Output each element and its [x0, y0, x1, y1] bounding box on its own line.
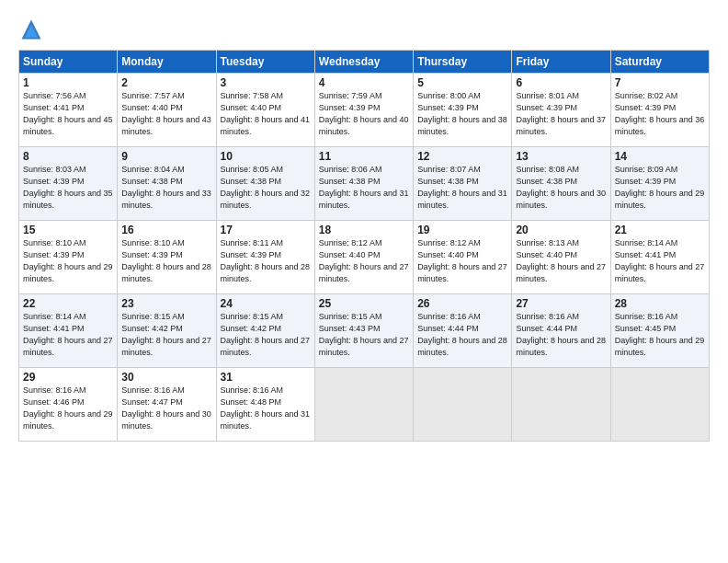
- day-number: 11: [319, 150, 409, 163]
- day-info: Sunrise: 8:11 AMSunset: 4:39 PMDaylight:…: [221, 237, 311, 285]
- day-number: 31: [221, 371, 311, 384]
- calendar-cell: 26Sunrise: 8:16 AMSunset: 4:44 PMDayligh…: [414, 294, 512, 368]
- logo: [18, 17, 48, 42]
- day-number: 26: [417, 297, 507, 310]
- col-header-tuesday: Tuesday: [216, 51, 314, 74]
- day-info: Sunrise: 7:59 AMSunset: 4:39 PMDaylight:…: [319, 90, 409, 138]
- day-number: 22: [23, 297, 113, 310]
- day-number: 18: [319, 224, 409, 236]
- col-header-sunday: Sunday: [19, 51, 118, 74]
- day-number: 23: [121, 297, 211, 310]
- calendar-cell: 19Sunrise: 8:12 AMSunset: 4:40 PMDayligh…: [414, 221, 512, 294]
- calendar-header-row: SundayMondayTuesdayWednesdayThursdayFrid…: [19, 51, 710, 74]
- day-info: Sunrise: 8:15 AMSunset: 4:43 PMDaylight:…: [319, 311, 409, 359]
- calendar-cell: 13Sunrise: 8:08 AMSunset: 4:38 PMDayligh…: [512, 147, 610, 221]
- day-info: Sunrise: 8:15 AMSunset: 4:42 PMDaylight:…: [221, 311, 311, 359]
- day-info: Sunrise: 8:00 AMSunset: 4:39 PMDaylight:…: [417, 90, 507, 138]
- calendar-cell: 31Sunrise: 8:16 AMSunset: 4:48 PMDayligh…: [216, 368, 314, 442]
- calendar-week-3: 15Sunrise: 8:10 AMSunset: 4:39 PMDayligh…: [19, 221, 710, 294]
- calendar-cell: 15Sunrise: 8:10 AMSunset: 4:39 PMDayligh…: [19, 221, 118, 294]
- calendar-cell: 5Sunrise: 8:00 AMSunset: 4:39 PMDaylight…: [414, 74, 512, 147]
- day-info: Sunrise: 8:02 AMSunset: 4:39 PMDaylight:…: [615, 90, 705, 138]
- day-info: Sunrise: 8:12 AMSunset: 4:40 PMDaylight:…: [417, 237, 507, 285]
- day-info: Sunrise: 8:16 AMSunset: 4:44 PMDaylight:…: [516, 311, 606, 359]
- day-number: 7: [615, 76, 705, 89]
- calendar-week-2: 8Sunrise: 8:03 AMSunset: 4:39 PMDaylight…: [19, 147, 710, 221]
- calendar-cell: 11Sunrise: 8:06 AMSunset: 4:38 PMDayligh…: [314, 147, 413, 221]
- day-info: Sunrise: 8:04 AMSunset: 4:38 PMDaylight:…: [121, 164, 211, 212]
- calendar-cell: 17Sunrise: 8:11 AMSunset: 4:39 PMDayligh…: [216, 221, 314, 294]
- day-info: Sunrise: 8:08 AMSunset: 4:38 PMDaylight:…: [516, 164, 606, 212]
- calendar-cell: 4Sunrise: 7:59 AMSunset: 4:39 PMDaylight…: [314, 74, 413, 147]
- calendar-cell: 21Sunrise: 8:14 AMSunset: 4:41 PMDayligh…: [610, 221, 709, 294]
- logo-icon: [18, 17, 44, 42]
- col-header-thursday: Thursday: [414, 51, 512, 74]
- calendar-table: SundayMondayTuesdayWednesdayThursdayFrid…: [18, 50, 710, 442]
- calendar-cell: 30Sunrise: 8:16 AMSunset: 4:47 PMDayligh…: [118, 368, 216, 442]
- day-info: Sunrise: 8:10 AMSunset: 4:39 PMDaylight:…: [23, 237, 113, 285]
- day-number: 8: [23, 150, 113, 163]
- day-number: 14: [615, 150, 705, 163]
- calendar-cell: 9Sunrise: 8:04 AMSunset: 4:38 PMDaylight…: [118, 147, 216, 221]
- day-info: Sunrise: 8:09 AMSunset: 4:39 PMDaylight:…: [615, 164, 705, 212]
- calendar-cell: 1Sunrise: 7:56 AMSunset: 4:41 PMDaylight…: [19, 74, 118, 147]
- col-header-saturday: Saturday: [610, 51, 709, 74]
- calendar-cell: 12Sunrise: 8:07 AMSunset: 4:38 PMDayligh…: [414, 147, 512, 221]
- day-info: Sunrise: 8:16 AMSunset: 4:48 PMDaylight:…: [221, 385, 311, 432]
- day-info: Sunrise: 8:14 AMSunset: 4:41 PMDaylight:…: [23, 311, 113, 359]
- calendar-cell: [414, 368, 512, 442]
- calendar-cell: 16Sunrise: 8:10 AMSunset: 4:39 PMDayligh…: [118, 221, 216, 294]
- day-number: 17: [221, 224, 311, 236]
- day-number: 30: [121, 371, 211, 384]
- page-header: [18, 17, 710, 42]
- calendar-cell: 3Sunrise: 7:58 AMSunset: 4:40 PMDaylight…: [216, 74, 314, 147]
- day-number: 27: [516, 297, 606, 310]
- calendar-cell: 14Sunrise: 8:09 AMSunset: 4:39 PMDayligh…: [610, 147, 709, 221]
- day-number: 5: [417, 76, 507, 89]
- day-info: Sunrise: 8:16 AMSunset: 4:46 PMDaylight:…: [23, 385, 113, 432]
- calendar-week-4: 22Sunrise: 8:14 AMSunset: 4:41 PMDayligh…: [19, 294, 710, 368]
- calendar-cell: 27Sunrise: 8:16 AMSunset: 4:44 PMDayligh…: [512, 294, 610, 368]
- day-info: Sunrise: 8:07 AMSunset: 4:38 PMDaylight:…: [417, 164, 507, 212]
- day-number: 21: [615, 224, 705, 236]
- day-number: 1: [23, 76, 113, 89]
- day-info: Sunrise: 8:01 AMSunset: 4:39 PMDaylight:…: [516, 90, 606, 138]
- calendar-cell: 20Sunrise: 8:13 AMSunset: 4:40 PMDayligh…: [512, 221, 610, 294]
- day-info: Sunrise: 8:10 AMSunset: 4:39 PMDaylight:…: [121, 237, 211, 285]
- day-number: 6: [516, 76, 606, 89]
- col-header-friday: Friday: [512, 51, 610, 74]
- calendar-cell: 23Sunrise: 8:15 AMSunset: 4:42 PMDayligh…: [118, 294, 216, 368]
- day-info: Sunrise: 8:03 AMSunset: 4:39 PMDaylight:…: [23, 164, 113, 212]
- col-header-wednesday: Wednesday: [314, 51, 413, 74]
- calendar-cell: 10Sunrise: 8:05 AMSunset: 4:38 PMDayligh…: [216, 147, 314, 221]
- day-info: Sunrise: 8:13 AMSunset: 4:40 PMDaylight:…: [516, 237, 606, 285]
- calendar-week-5: 29Sunrise: 8:16 AMSunset: 4:46 PMDayligh…: [19, 368, 710, 442]
- day-number: 25: [319, 297, 409, 310]
- day-number: 9: [121, 150, 211, 163]
- calendar-cell: 28Sunrise: 8:16 AMSunset: 4:45 PMDayligh…: [610, 294, 709, 368]
- calendar-cell: [314, 368, 413, 442]
- day-number: 3: [221, 76, 311, 89]
- day-info: Sunrise: 8:15 AMSunset: 4:42 PMDaylight:…: [121, 311, 211, 359]
- calendar-cell: 25Sunrise: 8:15 AMSunset: 4:43 PMDayligh…: [314, 294, 413, 368]
- day-number: 4: [319, 76, 409, 89]
- day-number: 12: [417, 150, 507, 163]
- day-number: 16: [121, 224, 211, 236]
- day-info: Sunrise: 7:56 AMSunset: 4:41 PMDaylight:…: [23, 90, 113, 138]
- calendar-cell: 6Sunrise: 8:01 AMSunset: 4:39 PMDaylight…: [512, 74, 610, 147]
- calendar-cell: 2Sunrise: 7:57 AMSunset: 4:40 PMDaylight…: [118, 74, 216, 147]
- day-number: 2: [121, 76, 211, 89]
- day-number: 24: [221, 297, 311, 310]
- day-info: Sunrise: 8:14 AMSunset: 4:41 PMDaylight:…: [615, 237, 705, 285]
- day-info: Sunrise: 8:16 AMSunset: 4:44 PMDaylight:…: [417, 311, 507, 359]
- day-number: 13: [516, 150, 606, 163]
- day-info: Sunrise: 8:16 AMSunset: 4:47 PMDaylight:…: [121, 385, 211, 432]
- calendar-cell: 22Sunrise: 8:14 AMSunset: 4:41 PMDayligh…: [19, 294, 118, 368]
- day-number: 15: [23, 224, 113, 236]
- col-header-monday: Monday: [118, 51, 216, 74]
- day-number: 19: [417, 224, 507, 236]
- day-info: Sunrise: 7:58 AMSunset: 4:40 PMDaylight:…: [221, 90, 311, 138]
- day-number: 29: [23, 371, 113, 384]
- calendar-cell: 7Sunrise: 8:02 AMSunset: 4:39 PMDaylight…: [610, 74, 709, 147]
- day-number: 10: [221, 150, 311, 163]
